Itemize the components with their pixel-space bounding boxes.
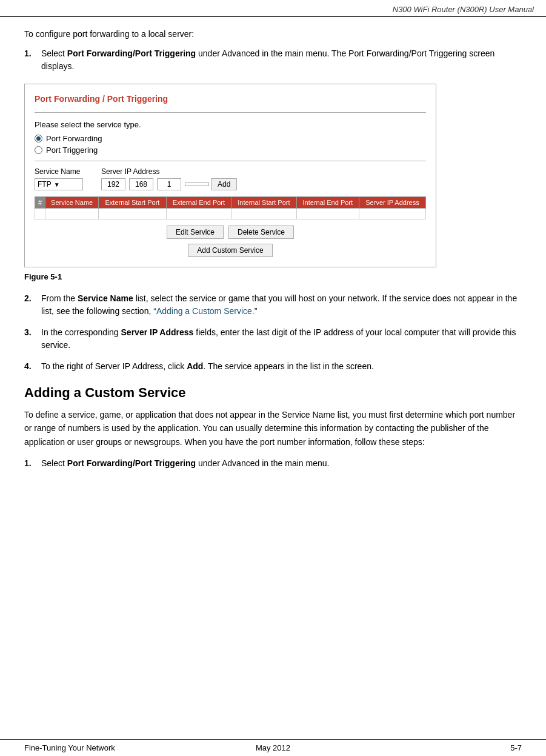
screenshot-title: Port Forwarding / Port Triggering (35, 94, 426, 104)
intro-text: To configure port forwarding to a local … (24, 29, 522, 39)
adding-custom-link[interactable]: “Adding a Custom Service. (153, 306, 255, 316)
add-button[interactable]: Add (211, 178, 237, 190)
service-fields: Service Name FTP ▼ Server IP Address 192… (35, 167, 426, 190)
delete-service-button[interactable]: Delete Service (228, 226, 294, 239)
screenshot-divider (35, 112, 426, 113)
ip-octet-1[interactable]: 192 (101, 178, 125, 190)
step-3-num: 3. (24, 326, 41, 352)
step-1-bold: Port Forwarding/Port Triggering (67, 49, 196, 58)
step-3: 3. In the corresponding Server IP Addres… (24, 326, 522, 352)
figure-label: Figure 5-1 (24, 272, 522, 281)
step-4-num: 4. (24, 360, 41, 373)
col-int-end: Internal End Port (296, 197, 359, 209)
step-2: 2. From the Service Name list, select th… (24, 292, 522, 318)
step-2-num: 2. (24, 292, 41, 318)
step-1-content: Select Port Forwarding/Port Triggering u… (41, 47, 522, 73)
step-1: 1. Select Port Forwarding/Port Triggerin… (24, 47, 522, 73)
service-name-value: FTP (38, 180, 52, 189)
col-service-name: Service Name (45, 197, 99, 209)
ip-fields: 192 168 1 Add (101, 178, 237, 190)
section-heading: Adding a Custom Service (24, 385, 522, 401)
ip-octet-4[interactable] (185, 182, 209, 186)
server-ip-label: Server IP Address (101, 167, 237, 176)
radio-circle-forwarding (35, 135, 42, 142)
table-header-row: # Service Name External Start Port Exter… (35, 197, 426, 209)
radio-label-triggering: Port Triggering (46, 146, 98, 155)
add-custom-service-button[interactable]: Add Custom Service (188, 244, 272, 257)
service-name-field-group: Service Name FTP ▼ (35, 167, 83, 190)
ip-octet-2[interactable]: 168 (129, 178, 153, 190)
step-1-num: 1. (24, 47, 41, 73)
service-btn-row: Edit Service Delete Service (35, 226, 426, 239)
cell-int-end (296, 209, 359, 219)
custom-step-1-bold: Port Forwarding/Port Triggering (67, 458, 196, 468)
cell-server-ip (359, 209, 425, 219)
radio-port-triggering[interactable]: Port Triggering (35, 146, 426, 155)
service-name-row: FTP ▼ (35, 178, 83, 190)
custom-step-1-num: 1. (24, 457, 41, 470)
service-table: # Service Name External Start Port Exter… (35, 196, 426, 219)
step-3-content: In the corresponding Server IP Address f… (41, 326, 522, 352)
footer-right: 5-7 (510, 743, 522, 752)
page-header: N300 WiFi Router (N300R) User Manual (0, 0, 546, 17)
edit-service-button[interactable]: Edit Service (167, 226, 224, 239)
server-ip-field-group: Server IP Address 192 168 1 Add (101, 167, 237, 190)
col-ext-start: External Start Port (99, 197, 167, 209)
step-2-bold: Service Name (78, 293, 133, 303)
step-4: 4. To the right of Server IP Address, cl… (24, 360, 522, 373)
screenshot-divider2 (35, 161, 426, 161)
step-4-bold: Add (187, 361, 203, 371)
section-body: To define a service, game, or applicatio… (24, 408, 522, 449)
radio-label-forwarding: Port Forwarding (46, 134, 102, 143)
col-ext-end: External End Port (166, 197, 231, 209)
cell-hash (35, 209, 45, 219)
col-server-ip: Server IP Address (359, 197, 425, 209)
step-3-bold: Server IP Address (121, 327, 194, 337)
radio-port-forwarding[interactable]: Port Forwarding (35, 134, 426, 143)
step-2-content: From the Service Name list, select the s… (41, 292, 522, 318)
select-arrow-icon: ▼ (54, 181, 60, 188)
service-name-label: Service Name (35, 167, 83, 176)
cell-ext-end (166, 209, 231, 219)
header-title: N300 WiFi Router (N300R) User Manual (393, 5, 534, 14)
ip-octet-3[interactable]: 1 (157, 178, 181, 190)
cell-int-start (231, 209, 296, 219)
cell-service-name (45, 209, 99, 219)
screenshot-box: Port Forwarding / Port Triggering Please… (24, 84, 436, 267)
radio-circle-triggering (35, 146, 42, 154)
step-4-content: To the right of Server IP Address, click… (41, 360, 522, 373)
col-int-start: Internal Start Port (231, 197, 296, 209)
radio-group: Port Forwarding Port Triggering (35, 134, 426, 155)
footer-center: May 2012 (256, 743, 290, 752)
custom-step-1-content: Select Port Forwarding/Port Triggering u… (41, 457, 522, 470)
service-name-select[interactable]: FTP ▼ (35, 178, 83, 190)
cell-ext-start (99, 209, 167, 219)
col-hash: # (35, 197, 45, 209)
add-custom-btn-row: Add Custom Service (35, 244, 426, 257)
table-row-empty (35, 209, 426, 219)
service-type-label: Please select the service type. (35, 120, 426, 129)
footer-left: Fine-Tuning Your Network (24, 743, 115, 752)
custom-step-1: 1. Select Port Forwarding/Port Triggerin… (24, 457, 522, 470)
